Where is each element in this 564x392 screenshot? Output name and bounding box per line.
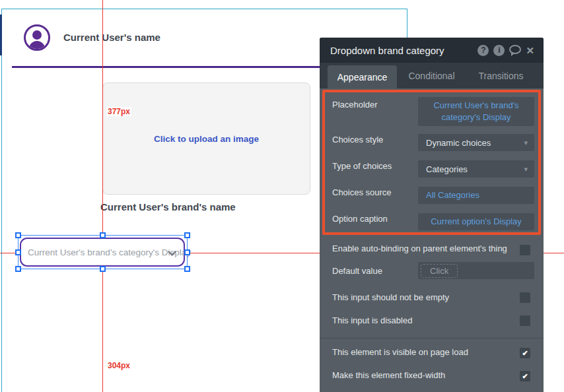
check-icon: ✔	[522, 350, 528, 357]
type-of-choices-label: Type of choices	[332, 161, 392, 172]
info-icon[interactable]: i	[493, 45, 505, 56]
type-of-choices-value: Categories	[426, 164, 468, 174]
type-of-choices-select[interactable]: Categories ▾	[418, 160, 534, 178]
choices-style-label: Choices style	[332, 135, 383, 145]
placeholder-label: Placeholder	[332, 100, 378, 110]
selection-bounding-box	[18, 235, 188, 269]
choices-source-label: Choices source	[332, 187, 392, 198]
help-icon[interactable]: ?	[477, 45, 489, 56]
default-value-box[interactable]: Click	[418, 262, 534, 279]
fixed-width-checkbox[interactable]: ✔	[520, 371, 530, 381]
tab-appearance[interactable]: Appearance	[328, 65, 397, 88]
input-disabled-label: This input is disabled	[332, 315, 412, 326]
resize-handle-w[interactable]	[15, 249, 21, 255]
brand-name-text[interactable]: Current User's brand's name	[100, 201, 236, 212]
user-avatar-icon[interactable]	[24, 24, 50, 51]
auto-binding-checkbox[interactable]	[520, 245, 530, 255]
resize-handle-s[interactable]	[100, 266, 106, 272]
current-user-name-text[interactable]: Current User's name	[63, 32, 160, 43]
option-caption-label: Option caption	[332, 214, 388, 224]
visible-on-load-checkbox[interactable]: ✔	[520, 348, 530, 358]
auto-binding-label: Enable auto-binding on parent element's …	[332, 244, 517, 254]
select-arrow-icon: ▾	[524, 165, 528, 174]
resize-handle-se[interactable]	[184, 266, 190, 272]
choices-source-value-box[interactable]: All Categories	[418, 187, 534, 204]
panel-titlebar[interactable]: Dropdown brand category ? i ✕	[320, 38, 544, 63]
avatar-head-shape	[32, 30, 42, 40]
tab-conditional[interactable]: Conditional	[397, 63, 466, 88]
resize-handle-n[interactable]	[100, 232, 106, 238]
resize-handle-sw[interactable]	[15, 266, 21, 272]
check-icon: ✔	[522, 373, 528, 380]
image-upload-element[interactable]: Click to upload an image	[102, 82, 310, 195]
resize-handle-ne[interactable]	[184, 232, 190, 238]
bubble-editor-screen: Current User's name Click to upload an i…	[0, 0, 564, 392]
not-empty-label: This input should not be empty	[332, 292, 449, 303]
placeholder-value-box[interactable]: Current User's brand's category's Displa…	[418, 97, 534, 126]
click-expression-pill[interactable]: Click	[421, 264, 458, 278]
input-disabled-checkbox[interactable]	[520, 315, 530, 326]
close-icon[interactable]: ✕	[526, 46, 534, 55]
option-caption-value-box[interactable]: Current option's Display	[418, 213, 534, 230]
resize-handle-nw[interactable]	[15, 232, 21, 238]
choices-style-value: Dynamic choices	[426, 138, 491, 148]
select-arrow-icon: ▾	[524, 139, 528, 147]
left-edge-element-marker	[0, 15, 2, 55]
section-divider	[320, 338, 544, 339]
upload-label: Click to upload an image	[154, 134, 259, 144]
panel-title: Dropdown brand category	[330, 45, 477, 56]
avatar-body-shape	[29, 41, 45, 51]
property-editor-panel: Dropdown brand category ? i ✕ Appearance…	[320, 38, 544, 392]
not-empty-checkbox[interactable]	[520, 292, 530, 303]
resize-handle-e[interactable]	[184, 249, 190, 255]
visible-on-load-label: This element is visible on page load	[332, 347, 468, 358]
choices-style-select[interactable]: Dynamic choices ▾	[418, 134, 534, 151]
panel-content: Placeholder Current User's brand's categ…	[320, 88, 544, 392]
comment-icon[interactable]	[509, 45, 521, 54]
titlebar-icons: ? i ✕	[477, 45, 534, 56]
vertical-guide-line	[102, 0, 103, 392]
tab-transitions[interactable]: Transitions	[466, 63, 536, 88]
measurement-label-bottom: 304px	[106, 361, 131, 370]
measurement-label-top: 377px	[106, 107, 131, 116]
default-value-label: Default value	[332, 266, 382, 277]
fixed-width-label: Make this element fixed-width	[332, 370, 445, 381]
panel-tabbar: Appearance Conditional Transitions	[320, 63, 544, 88]
